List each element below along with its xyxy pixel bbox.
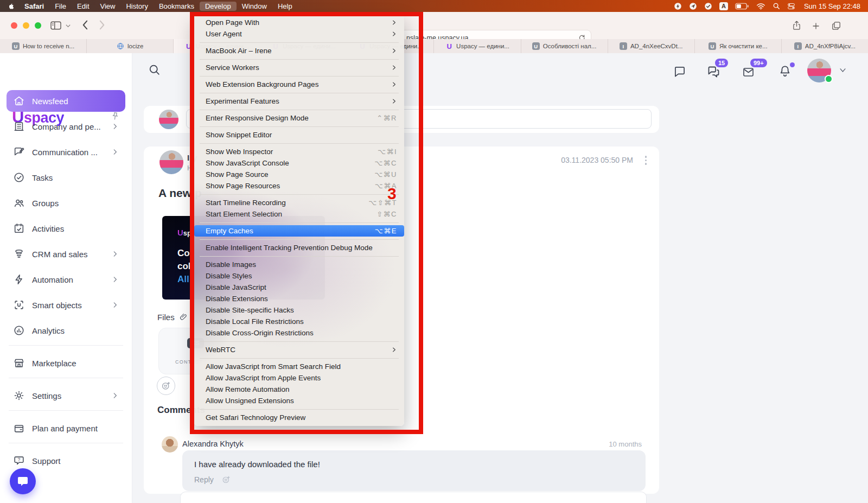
apple-menu-icon[interactable] <box>8 2 16 11</box>
tab-title: AD_4nXeeCxvDt... <box>630 43 683 49</box>
uspacy-favicon-icon: U <box>445 42 453 50</box>
menubar-clock[interactable]: Sun 15 Sep 22:48 <box>804 2 860 10</box>
window-close-button[interactable] <box>11 22 17 29</box>
sidebar-divider <box>9 410 123 411</box>
menubar-item-window[interactable]: Window <box>237 2 272 11</box>
paperclip-icon <box>179 313 188 322</box>
support-chat-button[interactable] <box>10 468 36 494</box>
comment-text: I have already downloaded the file! <box>194 460 320 469</box>
tab-title: Особливості нал... <box>543 43 597 49</box>
tab-title: locize <box>127 43 143 49</box>
bolt-circle-icon[interactable] <box>674 2 682 10</box>
sidebar-divider <box>9 345 123 346</box>
sidebar-item-newsfeed[interactable]: Newsfeed <box>7 90 125 112</box>
new-tab-icon[interactable] <box>812 22 820 30</box>
annotation-step-number: 3 <box>387 184 397 203</box>
chevron-right-icon <box>111 250 119 258</box>
menubar-item-bookmarks[interactable]: Bookmarks <box>154 2 200 11</box>
search-icon[interactable] <box>148 63 161 77</box>
browser-tab-8[interactable]: IAD_4nXeeCxvDt... <box>608 39 695 53</box>
sidebar-divider <box>9 443 123 443</box>
menubar-item-help[interactable]: Help <box>272 2 298 11</box>
online-status-dot <box>825 75 833 83</box>
smart-icon <box>13 299 25 311</box>
comment-bubble: I have already downloaded the file! Repl… <box>182 450 646 491</box>
browser-tab-2[interactable]: locize <box>87 39 174 53</box>
files-label: Files <box>157 313 175 322</box>
send-circle-icon[interactable] <box>689 2 697 10</box>
sidebar-item-plan-and-payment[interactable]: Plan and payment <box>7 417 125 439</box>
mail-icon[interactable] <box>741 66 756 79</box>
post-menu-kebab-icon[interactable] <box>643 154 649 167</box>
next-comment-input[interactable] <box>180 492 647 503</box>
sidebar-item-groups[interactable]: Groups <box>7 192 125 214</box>
sidebar-item-smart-objects[interactable]: Smart objects <box>7 294 125 316</box>
sidebar-item-label: Plan and payment <box>32 424 98 433</box>
wifi-icon[interactable] <box>756 3 765 10</box>
u-gray-favicon-icon: U <box>532 42 540 50</box>
sidebar-item-communication[interactable]: Communication ... <box>7 141 125 163</box>
sidebar-toggle-icon[interactable] <box>50 21 62 30</box>
menubar-item-safari[interactable]: Safari <box>19 2 49 11</box>
tab-title: Як очистити ке... <box>719 43 768 49</box>
add-reaction-button[interactable] <box>157 377 175 395</box>
forward-button-icon[interactable] <box>99 19 106 31</box>
control-center-icon[interactable] <box>787 2 795 10</box>
browser-tab-7[interactable]: UОсобливості нал... <box>521 39 608 53</box>
sidebar-divider <box>9 378 123 378</box>
sidebar-item-label: Support <box>32 456 61 466</box>
sidebar-nav: NewsfeedCompany and pe...Communication .… <box>7 90 125 475</box>
svg-text:?: ? <box>18 457 21 462</box>
i-gray-favicon-icon: I <box>620 42 627 50</box>
comment-author-avatar <box>162 436 178 453</box>
sidebar-item-automation[interactable]: Automation <box>7 269 125 290</box>
input-source-icon[interactable]: A <box>719 2 728 10</box>
browser-tab-9[interactable]: UЯк очистити ке... <box>695 39 782 53</box>
u-gray-favicon-icon: U <box>709 42 716 50</box>
sidebar-item-settings[interactable]: Settings <box>7 385 125 406</box>
comment-author-name[interactable]: Alexandra Khytyk <box>182 440 244 448</box>
browser-tab-10[interactable]: IAD_4nXfP8iAjcv... <box>782 39 868 53</box>
tab-title: Uspacy — едини... <box>456 43 509 49</box>
browser-tab-6[interactable]: UUspacy — едини... <box>434 39 521 53</box>
sidebar-item-activities[interactable]: Activities <box>7 218 125 239</box>
menubar-item-edit[interactable]: Edit <box>72 2 94 11</box>
menubar-item-develop[interactable]: Develop <box>200 2 237 11</box>
sidebar-item-label: Activities <box>32 224 64 233</box>
menubar-status-icons: A <box>674 2 795 10</box>
compose-avatar <box>159 110 178 129</box>
chevron-right-icon <box>111 301 119 309</box>
sidebar-item-company-and-pe[interactable]: Company and pe... <box>7 116 125 137</box>
store-icon <box>13 357 25 369</box>
toolbar-chevron-down-icon[interactable] <box>65 24 71 28</box>
feedback-bubble-icon[interactable] <box>673 65 687 79</box>
tab-overview-icon[interactable] <box>831 21 841 31</box>
reply-button[interactable]: Reply <box>194 475 214 484</box>
profile-chevron-down-icon[interactable] <box>839 67 847 74</box>
menubar-item-view[interactable]: View <box>95 2 121 11</box>
sidebar-item-label: Groups <box>32 199 59 208</box>
window-minimize-button[interactable] <box>23 22 29 29</box>
sidebar-item-crm-and-sales[interactable]: CRM and sales <box>7 243 125 265</box>
check-circle-icon[interactable] <box>704 2 712 10</box>
sidebar-item-tasks[interactable]: Tasks <box>7 167 125 188</box>
sidebar-item-label: Communication ... <box>32 148 98 157</box>
post-timestamp: 03.11.2023 05:50 PM <box>561 156 633 164</box>
menubar-item-file[interactable]: File <box>49 2 72 11</box>
globe-favicon-icon <box>117 42 124 50</box>
battery-icon[interactable] <box>735 3 749 10</box>
menubar-item-history[interactable]: History <box>120 2 153 11</box>
comm-icon <box>13 146 25 158</box>
back-button-icon[interactable] <box>81 19 88 31</box>
window-zoom-button[interactable] <box>35 22 41 29</box>
share-icon[interactable] <box>792 20 801 31</box>
search-icon[interactable] <box>773 2 780 10</box>
browser-tab-1[interactable]: UHow to receive n... <box>0 39 87 53</box>
support-icon: ? <box>13 455 25 467</box>
home-icon <box>13 95 25 107</box>
comment-add-reaction-icon[interactable] <box>221 475 231 485</box>
sidebar-item-marketplace[interactable]: Marketplace <box>7 352 125 374</box>
sidebar-item-analytics[interactable]: Analytics <box>7 320 125 341</box>
sidebar-item-label: Settings <box>32 391 61 400</box>
annotation-box <box>190 12 423 434</box>
